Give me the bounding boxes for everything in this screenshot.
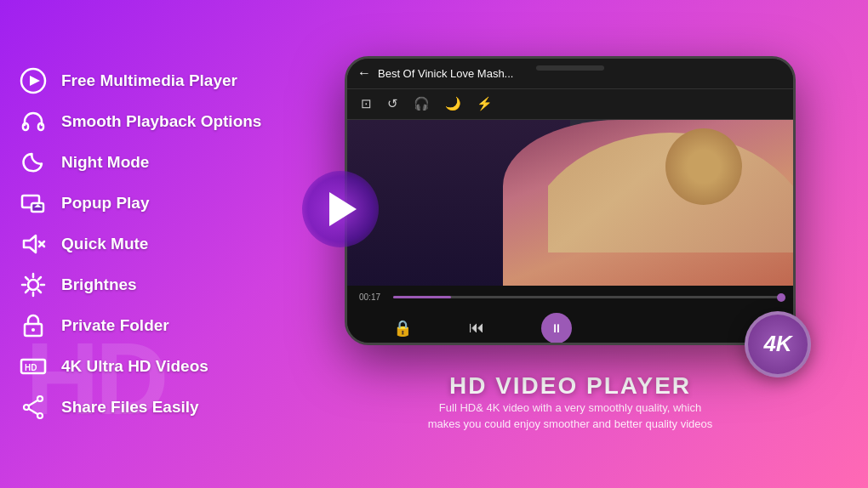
subtitle: Full HD& 4K video with a very smoothly q… [428,400,713,433]
svg-point-10 [28,280,38,290]
headphones-icon [17,105,49,138]
share-icon [17,391,49,423]
svg-line-16 [38,290,41,292]
phone-container: ← Best Of Vinick Love Mash... ⊡ ↺ 🎧 🌙 ⚡ [345,56,796,362]
feature-popup-play-label: Popup Play [61,194,149,213]
phone-mockup: ← Best Of Vinick Love Mash... ⊡ ↺ 🎧 🌙 ⚡ [345,56,796,345]
mute-icon [17,228,49,260]
lock-bottom-icon[interactable]: 🔒 [393,319,412,338]
time-current: 00:17 [359,292,386,302]
progress-track[interactable] [393,296,781,298]
feature-brightness[interactable]: Brightnes [9,264,289,305]
play-triangle-icon [329,192,357,226]
svg-line-18 [26,290,28,292]
skip-prev-icon[interactable]: ⏮ [469,319,484,337]
svg-line-15 [26,277,28,280]
headphone-ctrl-icon[interactable]: 🎧 [414,96,430,111]
left-panel: HD Free Multimedia Player Smooth Playbac… [0,0,289,488]
svg-line-27 [29,409,37,414]
phone-bottom-bar: 🔒 ⏮ ⏸ [347,309,793,345]
feature-smooth-playback-label: Smooth Playback Options [61,112,261,131]
feature-quick-mute-label: Quick Mute [61,235,148,253]
phone-top-bar: ← Best Of Vinick Love Mash... [347,59,793,89]
crop-icon[interactable]: ⊡ [361,96,372,111]
badge-4k-text: 4K [763,331,791,357]
feature-4k-ultra-label: 4K Ultra HD Videos [61,357,208,376]
sun-icon [17,269,49,301]
feature-popup-play[interactable]: Popup Play [9,183,289,224]
bottom-text: HD VIDEO PLAYER Full HD& 4K video with a… [428,372,713,433]
feature-share-files[interactable]: Share Files Easily [9,387,289,428]
equalizer-icon[interactable]: ⚡ [477,96,493,111]
svg-line-26 [29,400,37,406]
moon-ctrl-icon[interactable]: 🌙 [445,96,461,111]
hd-icon: HD [17,350,49,383]
feature-night-mode[interactable]: Night Mode [9,142,289,183]
feature-night-mode-label: Night Mode [61,153,149,172]
video-area [347,120,793,286]
svg-rect-2 [23,123,28,130]
svg-point-20 [31,328,35,332]
feature-private-folder[interactable]: Private Folder [9,305,289,346]
feature-free-multimedia-label: Free Multimedia Player [61,71,237,90]
pause-button[interactable]: ⏸ [541,313,572,343]
svg-text:HD: HD [25,363,37,372]
badge-4k: 4K [745,311,811,377]
svg-line-17 [38,277,41,280]
right-panel: ← Best Of Vinick Love Mash... ⊡ ↺ 🎧 🌙 ⚡ [289,0,868,488]
phone-notch [536,65,604,71]
feature-4k-ultra[interactable]: HD 4K Ultra HD Videos [9,346,289,387]
svg-rect-3 [38,123,43,130]
feature-free-multimedia[interactable]: Free Multimedia Player [9,60,289,101]
feature-brightness-label: Brightnes [61,275,137,294]
main-title: HD VIDEO PLAYER [428,372,713,400]
rotate-icon[interactable]: ↺ [387,96,398,111]
svg-marker-7 [24,235,36,253]
feature-private-folder-label: Private Folder [61,316,169,335]
svg-marker-1 [30,76,40,86]
progress-bar-area: 00:17 [347,286,793,309]
phone-controls-bar: ⊡ ↺ 🎧 🌙 ⚡ [347,89,793,120]
play-circle-icon [17,65,49,97]
play-button-overlay[interactable] [302,171,379,247]
back-arrow-icon[interactable]: ← [357,65,371,81]
lock-icon [17,309,49,342]
popup-icon [17,187,49,219]
progress-dot [777,293,785,302]
feature-quick-mute[interactable]: Quick Mute [9,224,289,264]
feature-share-files-label: Share Files Easily [61,398,199,417]
moon-icon [17,146,49,179]
progress-fill [393,296,451,298]
feature-smooth-playback[interactable]: Smooth Playback Options [9,101,289,142]
woman-hat [665,128,742,205]
